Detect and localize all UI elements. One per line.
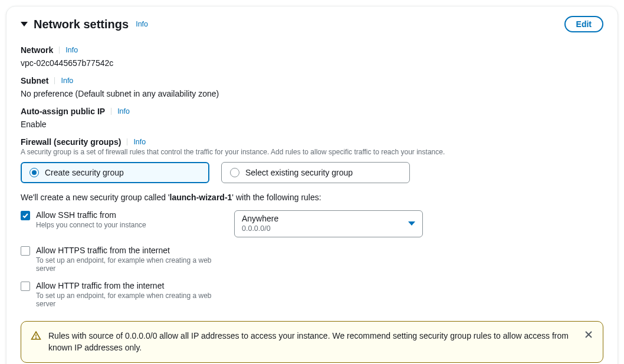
firewall-field: Firewall (security groups) Info A securi… <box>21 137 603 363</box>
alert-text: Rules with source of 0.0.0.0/0 allow all… <box>48 330 577 354</box>
auto-ip-label: Auto-assign public IP <box>21 107 105 116</box>
subnet-value: No preference (Default subnet in any ava… <box>21 89 603 98</box>
network-settings-panel: Network settings Info Edit Network Info … <box>6 6 618 364</box>
warning-alert: Rules with source of 0.0.0.0/0 allow all… <box>21 321 603 363</box>
allow-ssh-row: Allow SSH traffic from Helps you connect… <box>21 210 603 237</box>
chevron-down-icon <box>408 221 415 226</box>
warning-icon <box>31 330 41 343</box>
subnet-label: Subnet <box>21 76 48 85</box>
firewall-label: Firewall (security groups) <box>21 137 121 147</box>
security-group-note: We'll create a new security group called… <box>21 193 603 202</box>
svg-point-1 <box>36 337 37 338</box>
auto-ip-field: Auto-assign public IP Info Enable <box>21 107 603 129</box>
radio-icon <box>230 168 239 177</box>
allow-http-label: Allow HTTP traffic from the internet <box>36 281 227 290</box>
allow-https-row: Allow HTTPS traffic from the internet To… <box>21 246 603 273</box>
close-icon <box>584 330 593 339</box>
edit-button[interactable]: Edit <box>564 16 603 32</box>
network-value: vpc-02c0445657b77542c <box>21 58 603 68</box>
firewall-help: A security group is a set of firewall ru… <box>21 148 603 156</box>
firewall-radio-group: Create security group Select existing se… <box>21 162 603 183</box>
radio-icon <box>29 168 39 177</box>
ssh-source-main: Anywhere <box>242 214 278 224</box>
allow-ssh-help: Helps you connect to your instance <box>36 221 146 229</box>
allow-http-row: Allow HTTP traffic from the internet To … <box>21 281 603 308</box>
ssh-source-select[interactable]: Anywhere 0.0.0.0/0 <box>234 210 423 237</box>
allow-https-help: To set up an endpoint, for example when … <box>36 256 227 273</box>
create-security-group-radio[interactable]: Create security group <box>21 162 209 183</box>
allow-https-label: Allow HTTPS traffic from the internet <box>36 246 227 255</box>
create-sg-label: Create security group <box>45 168 124 177</box>
allow-http-checkbox[interactable] <box>21 282 30 291</box>
select-sg-label: Select existing security group <box>245 168 353 177</box>
panel-header: Network settings Info Edit <box>21 6 603 37</box>
network-field: Network Info vpc-02c0445657b77542c <box>21 45 603 68</box>
allow-https-checkbox[interactable] <box>21 246 30 256</box>
subnet-field: Subnet Info No preference (Default subne… <box>21 76 603 98</box>
header-info-link[interactable]: Info <box>134 21 148 28</box>
subnet-info-link[interactable]: Info <box>54 77 73 85</box>
auto-ip-info-link[interactable]: Info <box>111 108 130 115</box>
firewall-info-link[interactable]: Info <box>127 138 146 146</box>
auto-ip-value: Enable <box>21 120 603 129</box>
ssh-source-sub: 0.0.0.0/0 <box>242 224 278 234</box>
allow-http-help: To set up an endpoint, for example when … <box>36 292 227 308</box>
allow-ssh-checkbox[interactable] <box>21 211 30 220</box>
network-label: Network <box>21 45 53 55</box>
network-info-link[interactable]: Info <box>59 47 78 54</box>
panel-title: Network settings <box>34 18 129 31</box>
collapse-caret-icon[interactable] <box>21 22 28 27</box>
allow-ssh-label: Allow SSH traffic from <box>36 210 146 220</box>
alert-close-button[interactable] <box>584 330 593 341</box>
select-existing-security-group-radio[interactable]: Select existing security group <box>221 162 410 183</box>
